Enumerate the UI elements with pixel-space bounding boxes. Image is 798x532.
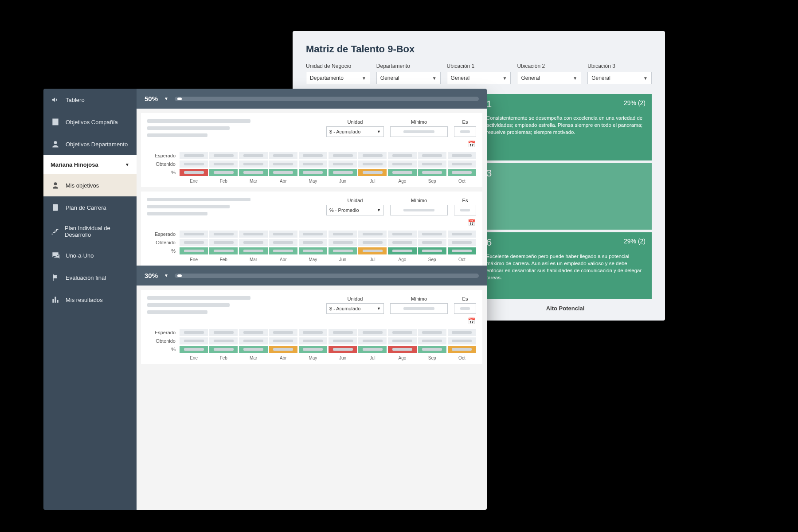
value-cell[interactable] (448, 337, 476, 344)
value-cell[interactable] (269, 337, 297, 344)
calendar-icon[interactable]: 📅 (454, 141, 475, 148)
value-cell[interactable] (269, 231, 297, 238)
value-cell[interactable] (329, 239, 357, 246)
value-cell[interactable] (418, 337, 446, 344)
sidebar-item-uno-a-uno[interactable]: Uno-a-Uno (43, 244, 137, 266)
ninebox-cell-1[interactable]: 129% (2)Consistentemente se desempeña co… (480, 94, 652, 160)
sidebar-item-mis-objetivos[interactable]: Mis objetivos (43, 174, 137, 196)
value-cell[interactable] (418, 239, 446, 246)
filter-label: Ubicación 1 (447, 63, 511, 69)
value-cell[interactable] (209, 231, 238, 238)
value-cell[interactable] (180, 337, 208, 344)
value-cell[interactable] (209, 160, 238, 168)
es-input[interactable] (454, 205, 476, 215)
filter-ubicacion-3[interactable]: General▼ (587, 72, 652, 84)
row-label-pct: % (147, 170, 178, 175)
value-cell[interactable] (299, 231, 327, 238)
value-cell[interactable] (418, 152, 446, 159)
value-cell[interactable] (180, 329, 208, 336)
value-cell[interactable] (448, 329, 476, 336)
value-cell[interactable] (269, 152, 297, 159)
value-cell[interactable] (209, 152, 238, 159)
value-cell[interactable] (358, 160, 387, 168)
calendar-icon[interactable]: 📅 (454, 219, 475, 226)
chevron-down-icon: ▼ (362, 76, 366, 81)
filter-unidad-negocio[interactable]: Departamento▼ (306, 72, 370, 84)
value-cell[interactable] (180, 160, 208, 168)
value-cell[interactable] (329, 231, 357, 238)
sidebar-item-plan-carrera[interactable]: Plan de Carrera (43, 196, 137, 219)
value-cell[interactable] (209, 239, 238, 246)
value-cell[interactable] (269, 160, 297, 168)
sidebar-item-evaluacion-final[interactable]: Evaluación final (43, 266, 137, 289)
value-cell[interactable] (269, 329, 297, 336)
value-cell[interactable] (388, 152, 416, 159)
ninebox-cell-3[interactable]: 3 (480, 163, 652, 230)
unit-select[interactable]: $ - Acumulado▼ (326, 126, 384, 137)
value-cell[interactable] (209, 329, 238, 336)
value-cell[interactable] (299, 239, 327, 246)
sidebar-user-selector[interactable]: Mariana Hinojosa▼ (43, 155, 137, 174)
value-cell[interactable] (448, 160, 476, 168)
value-cell[interactable] (239, 152, 267, 159)
value-cell[interactable] (329, 160, 357, 168)
value-cell[interactable] (358, 329, 387, 336)
filter-ubicacion-1[interactable]: General▼ (447, 72, 511, 84)
sidebar-item-plan-desarrollo[interactable]: Plan Individual de Desarrollo (43, 219, 137, 244)
value-cell[interactable] (329, 329, 357, 336)
objective-group-header[interactable]: 30%▼ (137, 266, 487, 286)
value-cell[interactable] (239, 160, 267, 168)
value-cell[interactable] (448, 239, 476, 246)
value-cell[interactable] (388, 160, 416, 168)
value-cell[interactable] (358, 152, 387, 159)
value-cell[interactable] (418, 231, 446, 238)
filter-ubicacion-2[interactable]: General▼ (517, 72, 581, 84)
sidebar-item-tablero[interactable]: Tablero (43, 89, 137, 111)
objective-group-header[interactable]: 50%▼ (137, 89, 487, 109)
min-input[interactable] (390, 126, 448, 137)
value-cell[interactable] (358, 337, 387, 344)
value-cell[interactable] (418, 329, 446, 336)
value-cell[interactable] (358, 231, 387, 238)
unit-select[interactable]: % - Promedio▼ (326, 205, 384, 215)
value-cell[interactable] (388, 329, 416, 336)
filter-label: Ubicación 3 (587, 63, 652, 69)
ninebox-cell-6[interactable]: 629% (2)Excelente desempeño pero puede h… (480, 232, 652, 299)
min-input[interactable] (390, 303, 448, 314)
month-label: Jun (329, 179, 357, 184)
sidebar-item-mis-resultados[interactable]: Mis resultados (43, 289, 137, 311)
value-cell[interactable] (388, 239, 416, 246)
value-cell[interactable] (299, 329, 327, 336)
value-cell[interactable] (299, 152, 327, 159)
es-input[interactable] (454, 303, 476, 314)
value-cell[interactable] (329, 152, 357, 159)
value-cell[interactable] (269, 239, 297, 246)
value-cell[interactable] (388, 231, 416, 238)
min-input[interactable] (390, 205, 448, 215)
value-cell[interactable] (448, 231, 476, 238)
calendar-icon[interactable]: 📅 (454, 317, 475, 325)
value-cell[interactable] (180, 152, 208, 159)
value-cell[interactable] (299, 160, 327, 168)
value-cell[interactable] (239, 337, 267, 344)
filter-departamento[interactable]: General▼ (376, 72, 441, 84)
es-input[interactable] (454, 126, 476, 137)
value-cell[interactable] (418, 160, 446, 168)
value-cell[interactable] (239, 329, 267, 336)
value-cell[interactable] (180, 239, 208, 246)
month-label: Jul (358, 179, 387, 184)
value-cell[interactable] (209, 337, 238, 344)
sidebar-item-objetivos-compania[interactable]: Objetivos Compañía (43, 111, 137, 133)
value-cell[interactable] (239, 239, 267, 246)
min-label: Mínimo (390, 119, 448, 125)
value-cell[interactable] (329, 337, 357, 344)
value-cell[interactable] (448, 152, 476, 159)
value-cell[interactable] (299, 337, 327, 344)
value-cell[interactable] (180, 231, 208, 238)
value-cell[interactable] (358, 239, 387, 246)
sidebar-item-objetivos-departamento[interactable]: Objetivos Departamento (43, 133, 137, 155)
unit-select[interactable]: $ - Acumulado▼ (326, 303, 384, 314)
value-cell[interactable] (239, 231, 267, 238)
row-label-esperado: Esperado (147, 153, 178, 158)
value-cell[interactable] (388, 337, 416, 344)
